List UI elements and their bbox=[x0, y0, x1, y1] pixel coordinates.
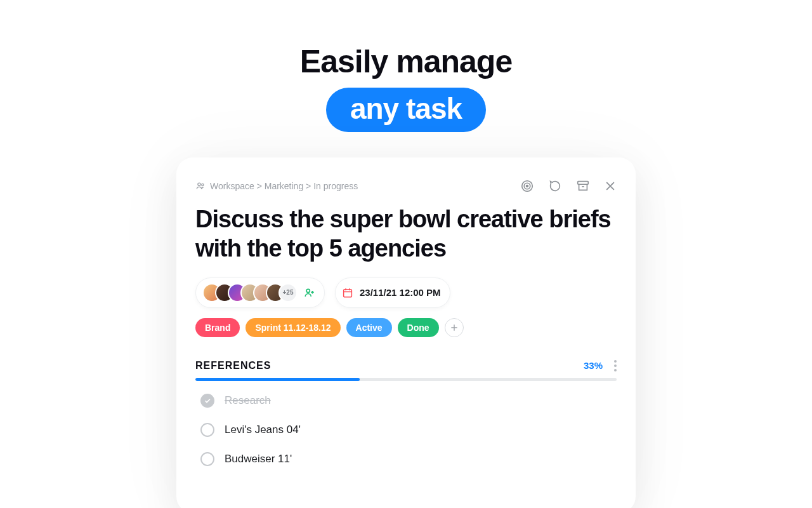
svg-rect-5 bbox=[578, 182, 589, 185]
due-date-chip[interactable]: 23/11/21 12:00 PM bbox=[335, 277, 450, 308]
references-progress-percent: 33% bbox=[584, 360, 603, 371]
archive-icon[interactable] bbox=[576, 179, 590, 193]
task-title: Discuss the super bowl creative briefs w… bbox=[195, 204, 617, 264]
add-person-icon[interactable] bbox=[304, 287, 315, 298]
svg-point-4 bbox=[527, 185, 528, 187]
due-date-text: 23/11/21 12:00 PM bbox=[360, 287, 441, 298]
reference-label: Budweiser 11' bbox=[225, 453, 292, 465]
checkbox-icon[interactable] bbox=[200, 394, 214, 408]
close-icon[interactable] bbox=[604, 180, 617, 192]
card-header: Workspace > Marketing > In progress bbox=[195, 179, 617, 193]
tag-brand[interactable]: Brand bbox=[195, 318, 240, 337]
svg-point-1 bbox=[202, 184, 204, 185]
references-list: Research Levi's Jeans 04' Budweiser 11' bbox=[195, 394, 617, 466]
people-icon bbox=[195, 181, 206, 191]
card-actions bbox=[520, 179, 617, 193]
target-icon[interactable] bbox=[520, 179, 534, 193]
task-meta-row: +25 23/11/21 12:00 PM bbox=[195, 277, 617, 308]
references-section: REFERENCES 33% Research Levi's Jeans 04' bbox=[195, 360, 617, 466]
hero-heading: Easily manage any task bbox=[0, 0, 812, 132]
references-header: REFERENCES 33% bbox=[195, 360, 617, 371]
hero-line1: Easily manage bbox=[0, 43, 812, 80]
references-progress-fill bbox=[195, 378, 360, 381]
svg-rect-7 bbox=[344, 289, 352, 297]
references-progress-bar bbox=[195, 378, 617, 381]
checkbox-icon[interactable] bbox=[200, 423, 214, 437]
breadcrumb[interactable]: Workspace > Marketing > In progress bbox=[195, 181, 358, 191]
comment-icon[interactable] bbox=[548, 179, 562, 193]
calendar-icon bbox=[342, 287, 353, 298]
reference-item[interactable]: Budweiser 11' bbox=[200, 452, 617, 466]
avatar-stack: +25 bbox=[202, 283, 298, 302]
svg-point-6 bbox=[306, 289, 310, 292]
tag-active[interactable]: Active bbox=[346, 318, 392, 337]
checkbox-icon[interactable] bbox=[200, 452, 214, 466]
reference-label: Research bbox=[225, 394, 271, 407]
avatar-overflow-count[interactable]: +25 bbox=[278, 283, 298, 302]
reference-label: Levi's Jeans 04' bbox=[225, 424, 301, 436]
more-menu-icon[interactable] bbox=[614, 360, 617, 371]
tag-done[interactable]: Done bbox=[398, 318, 439, 337]
add-tag-button[interactable] bbox=[445, 318, 464, 337]
assignees-chip[interactable]: +25 bbox=[195, 277, 325, 308]
reference-item[interactable]: Levi's Jeans 04' bbox=[200, 423, 617, 437]
task-card: Workspace > Marketing > In progress Disc… bbox=[176, 157, 636, 508]
breadcrumb-text: Workspace > Marketing > In progress bbox=[210, 181, 358, 191]
references-heading: REFERENCES bbox=[195, 360, 271, 371]
svg-point-0 bbox=[198, 183, 200, 185]
tag-sprint[interactable]: Sprint 11.12-18.12 bbox=[246, 318, 340, 337]
hero-highlight-pill: any task bbox=[326, 88, 486, 132]
reference-item[interactable]: Research bbox=[200, 394, 617, 408]
tags-row: Brand Sprint 11.12-18.12 Active Done bbox=[195, 318, 617, 337]
